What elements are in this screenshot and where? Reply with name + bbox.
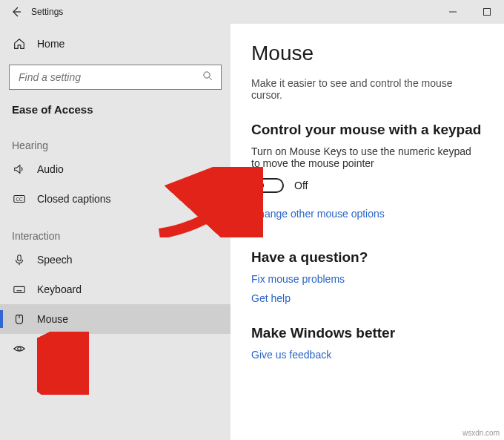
sidebar-item-label: Closed captions <box>37 193 111 205</box>
sidebar-group-interaction: Interaction <box>0 214 231 245</box>
sidebar: Home Ease of Access Hearing Audio <box>0 24 231 440</box>
sidebar-item-home[interactable]: Home <box>0 29 231 59</box>
svg-line-4 <box>209 77 211 79</box>
sidebar-item-mouse[interactable]: Mouse <box>0 304 231 334</box>
svg-point-16 <box>18 347 21 351</box>
arrow-left-icon <box>10 6 22 18</box>
toggle-state-label: Off <box>294 180 308 191</box>
search-field[interactable] <box>17 70 202 84</box>
sidebar-item-closed-captions[interactable]: CC Closed captions <box>0 184 231 214</box>
keyboard-icon <box>12 282 27 297</box>
eye-icon <box>12 341 27 356</box>
sidebar-item-eye-control[interactable]: Eye control <box>0 334 231 364</box>
minimize-icon <box>449 8 457 16</box>
sidebar-item-label: Audio <box>37 163 64 175</box>
watermark: wsxdn.com <box>462 429 500 437</box>
page-title: Mouse <box>251 42 483 65</box>
search-icon <box>202 70 213 84</box>
section-question-heading: Have a question? <box>251 249 483 266</box>
section-control-heading: Control your mouse with a keypad <box>251 122 483 138</box>
sidebar-item-label: Eye control <box>37 343 89 355</box>
link-get-help[interactable]: Get help <box>251 292 483 304</box>
home-icon <box>12 36 27 51</box>
microphone-icon <box>12 252 27 267</box>
svg-rect-2 <box>484 9 491 16</box>
sidebar-item-label: Speech <box>37 254 72 266</box>
svg-rect-7 <box>18 255 21 261</box>
svg-text:CC: CC <box>16 197 23 202</box>
sidebar-item-label: Keyboard <box>37 283 82 295</box>
minimize-button[interactable] <box>436 0 470 24</box>
toggle-knob <box>255 181 264 190</box>
link-fix-mouse[interactable]: Fix mouse problems <box>251 273 483 285</box>
titlebar: Settings <box>0 0 504 24</box>
content-pane: Mouse Make it easier to see and control … <box>231 24 504 440</box>
sidebar-item-label: Home <box>37 38 64 50</box>
audio-icon <box>12 162 27 177</box>
maximize-button[interactable] <box>470 0 504 24</box>
sidebar-group-hearing: Hearing <box>0 123 231 154</box>
back-button[interactable] <box>6 1 27 22</box>
page-lead: Make it easier to see and control the mo… <box>251 77 483 101</box>
control-description: Turn on Mouse Keys to use the numeric ke… <box>251 145 481 169</box>
maximize-icon <box>483 8 491 16</box>
mouse-icon <box>12 312 27 326</box>
link-change-other-options[interactable]: Change other mouse options <box>251 208 483 220</box>
sidebar-item-keyboard[interactable]: Keyboard <box>0 275 231 304</box>
sidebar-category-title: Ease of Access <box>0 93 231 123</box>
sidebar-item-label: Mouse <box>37 313 68 325</box>
section-better-heading: Make Windows better <box>251 325 483 341</box>
search-input[interactable] <box>9 65 222 90</box>
mouse-keys-toggle[interactable] <box>251 178 284 193</box>
sidebar-item-speech[interactable]: Speech <box>0 245 231 275</box>
svg-rect-9 <box>14 286 24 292</box>
sidebar-item-audio[interactable]: Audio <box>0 154 231 184</box>
link-feedback[interactable]: Give us feedback <box>251 349 483 361</box>
svg-point-3 <box>204 72 210 78</box>
window-title: Settings <box>31 7 63 17</box>
closed-captions-icon: CC <box>12 191 27 206</box>
